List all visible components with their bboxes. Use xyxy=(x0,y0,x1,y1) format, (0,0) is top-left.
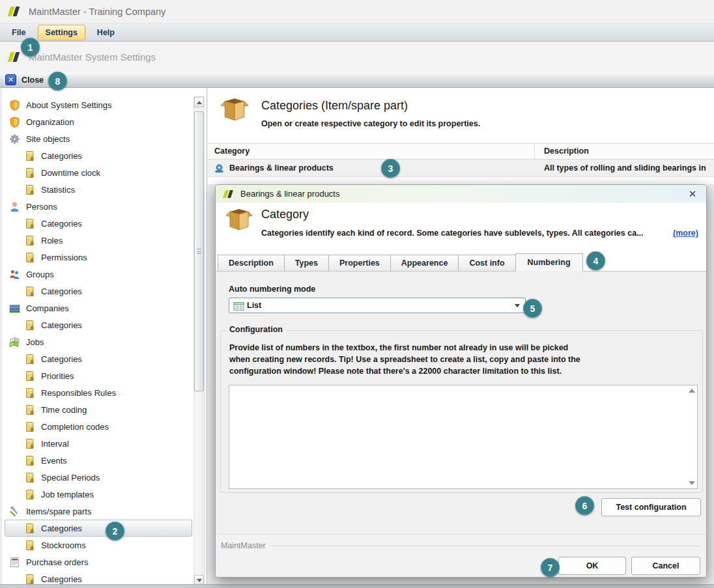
sidebar-item-roles[interactable]: Roles xyxy=(5,232,192,249)
close-button[interactable]: Close xyxy=(21,76,44,85)
column-header-category[interactable]: Category xyxy=(208,144,535,159)
sidebar-item-label: Categories xyxy=(41,219,82,229)
sidebar-item-label: Persons xyxy=(26,202,57,212)
sidebar-item-responsibles-rules[interactable]: Responsibles Rules xyxy=(5,384,192,401)
tab-appearence[interactable]: Appearence xyxy=(390,255,459,271)
tab-numbering[interactable]: Numbering xyxy=(515,253,583,272)
sidebar-item-categories[interactable]: Categories xyxy=(5,147,192,164)
sidebar-item-purchase-orders[interactable]: Purchase orders xyxy=(5,553,192,570)
sidebar-item-label: Categories xyxy=(41,524,82,533)
step-badge-7: 7 xyxy=(541,558,560,577)
sidebar-item-label: Organization xyxy=(26,117,74,127)
sidebar-item-categories[interactable]: Categories xyxy=(5,350,192,367)
tab-description[interactable]: Description xyxy=(218,255,285,271)
sidebar-item-persons[interactable]: Persons xyxy=(5,198,192,215)
step-badge-8: 8 xyxy=(48,72,67,91)
sidebar-scrollbar[interactable] xyxy=(193,96,205,586)
sidebar-item-categories[interactable]: Categories xyxy=(5,215,192,232)
sidebar-item-label: Priorities xyxy=(41,371,74,381)
sidebar-item-statistics[interactable]: Statistics xyxy=(5,181,192,198)
table-row[interactable]: Bearings & linear products All types of … xyxy=(208,160,714,177)
tab-types[interactable]: Types xyxy=(284,255,329,271)
numbering-tab-panel: Auto numbering mode List Configuration P… xyxy=(216,272,706,534)
sidebar-item-permissions[interactable]: Permissions xyxy=(5,249,192,266)
page-icon xyxy=(24,252,35,263)
ok-button[interactable]: OK xyxy=(558,557,626,575)
window-titlebar: MaintMaster - Training Company xyxy=(0,0,714,23)
sidebar-item-label: Job templates xyxy=(41,490,94,499)
sidebar-item-label: Statistics xyxy=(41,185,75,195)
scroll-up-icon xyxy=(197,101,202,104)
dialog-title: Bearings & linear products xyxy=(240,189,685,199)
sidebar-item-site-objects[interactable]: Site objects xyxy=(5,130,192,147)
menu-item-settings[interactable]: Settings xyxy=(38,25,85,40)
sidebar-item-label: Purchase orders xyxy=(26,557,88,567)
page-icon xyxy=(24,150,35,161)
sidebar-item-label: Downtime clock xyxy=(41,168,100,178)
column-header-description[interactable]: Description xyxy=(535,144,714,159)
sidebar-item-items-spare-parts[interactable]: Items/spare parts xyxy=(5,503,192,520)
configuration-group: Configuration Provide list of numbers in… xyxy=(220,330,703,493)
page-icon xyxy=(24,320,35,331)
app-window: MaintMaster - Training Company FileSetti… xyxy=(0,0,714,588)
tab-properties[interactable]: Properties xyxy=(328,255,391,271)
system-settings-header: MaintMaster System Settings xyxy=(0,42,714,72)
sidebar-item-stockrooms[interactable]: Stockrooms xyxy=(5,537,192,553)
close-x-icon: ✕ xyxy=(5,74,16,85)
sidebar-item-job-templates[interactable]: Job templates xyxy=(5,486,192,503)
close-toolbar: ✕ Close xyxy=(0,72,714,88)
sidebar-item-label: Categories xyxy=(41,574,82,584)
maintmaster-logo-icon xyxy=(7,51,22,63)
sidebar-item-interval[interactable]: Interval xyxy=(5,435,192,452)
sidebar-item-companies[interactable]: Companies xyxy=(5,300,192,316)
auto-numbering-select[interactable]: List xyxy=(229,298,526,313)
test-configuration-button[interactable]: Test configuration xyxy=(601,498,701,516)
sidebar-item-label: Categories xyxy=(41,287,82,296)
cancel-button[interactable]: Cancel xyxy=(631,557,700,575)
sidebar-item-downtime-clock[interactable]: Downtime clock xyxy=(5,164,192,181)
step-badge-2: 2 xyxy=(106,522,124,540)
page-icon xyxy=(24,455,35,466)
scrollbar-thumb[interactable] xyxy=(194,111,204,391)
page-icon xyxy=(24,472,35,483)
step-badge-6: 6 xyxy=(575,496,594,515)
sidebar-item-groups[interactable]: Groups xyxy=(5,266,192,283)
box-icon xyxy=(226,208,252,234)
more-link[interactable]: (more) xyxy=(673,229,698,238)
step-badge-5: 5 xyxy=(523,299,542,318)
box-icon xyxy=(221,97,248,124)
sidebar-item-events[interactable]: Events xyxy=(5,452,192,469)
items-icon xyxy=(9,506,20,517)
shield-icon xyxy=(9,117,20,128)
sidebar-item-jobs[interactable]: Jobs xyxy=(5,333,192,350)
tab-cost-info[interactable]: Cost info xyxy=(458,255,515,271)
system-settings-title: MaintMaster System Settings xyxy=(29,51,156,63)
sidebar-item-priorities[interactable]: Priorities xyxy=(5,367,192,384)
page-icon xyxy=(24,540,35,551)
sidebar-item-categories[interactable]: Categories xyxy=(5,520,192,537)
sidebar-item-categories[interactable]: Categories xyxy=(5,316,192,333)
scroll-up-button[interactable] xyxy=(194,97,204,107)
configuration-textarea[interactable] xyxy=(229,385,698,489)
sidebar-item-label: Permissions xyxy=(41,253,87,262)
sidebar-item-time-coding[interactable]: Time coding xyxy=(5,401,192,418)
configuration-instructions: Provide list of numbers in the textbox, … xyxy=(229,342,614,377)
sidebar-item-categories[interactable]: Categories xyxy=(5,283,192,300)
sidebar-item-about-system-settings[interactable]: About System Settings xyxy=(5,96,192,113)
menu-item-help[interactable]: Help xyxy=(89,25,122,40)
chevron-down-icon xyxy=(515,304,520,307)
sidebar-item-label: Items/spare parts xyxy=(26,507,91,516)
settings-sidebar: About System SettingsOrganizationSite ob… xyxy=(0,88,207,588)
sidebar-item-special-periods[interactable]: Special Periods xyxy=(5,469,192,486)
page-icon xyxy=(24,574,35,585)
maintmaster-logo-icon xyxy=(7,6,22,17)
scroll-down-icon xyxy=(197,579,202,582)
sidebar-item-organization[interactable]: Organization xyxy=(5,113,192,130)
bearing-icon xyxy=(214,163,225,174)
dialog-close-icon[interactable]: ✕ xyxy=(685,189,700,199)
maintmaster-logo-icon xyxy=(222,189,235,199)
sidebar-item-completion-codes[interactable]: Completion codes xyxy=(5,418,192,435)
page-icon xyxy=(24,438,35,449)
step-badge-1: 1 xyxy=(21,38,40,57)
categories-panel: Categories (Item/spare part) Open or cre… xyxy=(208,88,714,184)
